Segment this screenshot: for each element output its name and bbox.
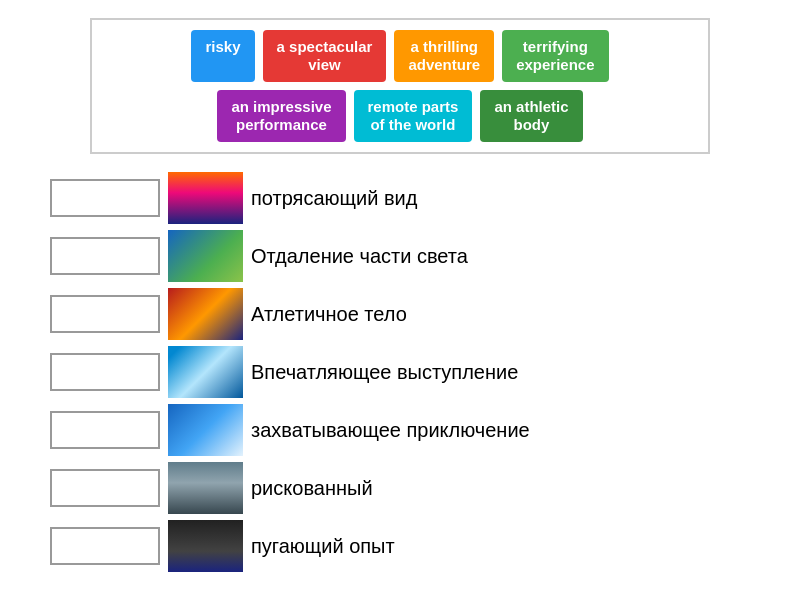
match-row-1: потрясающий вид [50,172,750,224]
match-list: потрясающий видОтдаление части светаАтле… [50,172,750,572]
image-item7 [168,520,243,572]
match-row-4: Впечатляющее выступление [50,346,750,398]
answer-box-5[interactable] [50,411,160,449]
word-chip-impressive[interactable]: an impressive performance [217,90,345,142]
answer-box-1[interactable] [50,179,160,217]
word-bank: riskya spectacular viewa thrilling adven… [90,18,710,154]
image-item4 [168,346,243,398]
word-chip-risky[interactable]: risky [191,30,254,82]
match-row-3: Атлетичное тело [50,288,750,340]
word-bank-row-1: riskya spectacular viewa thrilling adven… [191,30,608,82]
match-label-4: Впечатляющее выступление [251,361,518,384]
word-bank-row-2: an impressive performanceremote parts of… [217,90,582,142]
image-item2 [168,230,243,282]
answer-box-4[interactable] [50,353,160,391]
image-item1 [168,172,243,224]
answer-box-2[interactable] [50,237,160,275]
match-label-5: захватывающее приключение [251,419,530,442]
word-chip-remote[interactable]: remote parts of the world [354,90,473,142]
match-row-7: пугающий опыт [50,520,750,572]
match-row-6: рискованный [50,462,750,514]
match-row-2: Отдаление части света [50,230,750,282]
word-chip-spectacular[interactable]: a spectacular view [263,30,387,82]
match-label-3: Атлетичное тело [251,303,407,326]
image-item3 [168,288,243,340]
match-label-1: потрясающий вид [251,187,417,210]
word-chip-thrilling[interactable]: a thrilling adventure [394,30,494,82]
answer-box-7[interactable] [50,527,160,565]
answer-box-6[interactable] [50,469,160,507]
answer-box-3[interactable] [50,295,160,333]
word-chip-terrifying[interactable]: terrifying experience [502,30,608,82]
word-chip-athletic[interactable]: an athletic body [480,90,582,142]
match-label-6: рискованный [251,477,373,500]
match-row-5: захватывающее приключение [50,404,750,456]
image-item6 [168,462,243,514]
match-label-7: пугающий опыт [251,535,395,558]
image-item5 [168,404,243,456]
match-label-2: Отдаление части света [251,245,468,268]
